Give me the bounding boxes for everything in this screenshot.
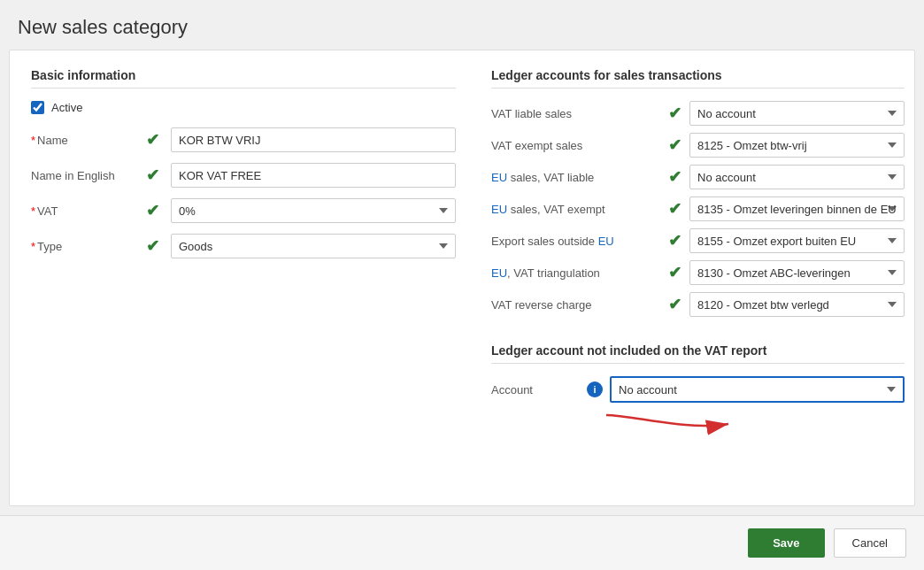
active-label: Active — [51, 101, 82, 114]
ledger-row-reverse-charge: VAT reverse charge ✔ 8120 - Omzet btw ve… — [491, 292, 905, 317]
account-select[interactable]: No account — [610, 376, 905, 403]
active-checkbox[interactable] — [31, 101, 44, 114]
ledger-select-1[interactable]: 8125 - Omzet btw-vrij — [689, 133, 905, 158]
basic-info-title: Basic information — [31, 68, 456, 89]
ledger-check-5: ✔ — [668, 263, 689, 282]
ledger-row-export: Export sales outside EU ✔ 8155 - Omzet e… — [491, 228, 905, 253]
type-label: *Type — [31, 240, 146, 253]
ledger-select-0[interactable]: No account — [689, 101, 905, 126]
vat-label: *VAT — [31, 204, 146, 218]
vat-checkmark: ✔ — [146, 201, 164, 220]
ledger-row-eu-vat-exempt: EU sales, VAT exempt ✔ 8135 - Omzet leve… — [491, 196, 905, 221]
cancel-button[interactable]: Cancel — [834, 528, 906, 558]
vat-select[interactable]: 0% — [171, 198, 456, 223]
ledger-row-triangulation: EU, VAT triangulation ✔ 8130 - Omzet ABC… — [491, 260, 905, 285]
name-checkmark: ✔ — [146, 130, 164, 150]
name-label: *Name — [31, 134, 146, 147]
ledger-check-6: ✔ — [668, 295, 689, 314]
ledger-check-2: ✔ — [668, 167, 689, 187]
ledger-row-vat-liable: VAT liable sales ✔ No account — [491, 101, 905, 126]
type-checkmark: ✔ — [146, 236, 164, 256]
ledger-title: Ledger accounts for sales transactions — [491, 68, 905, 89]
footer: Save Cancel — [0, 515, 924, 570]
type-select[interactable]: Goods — [171, 234, 456, 258]
ledger-row-eu-vat-liable: EU sales, VAT liable ✔ No account — [491, 165, 905, 189]
ledger-check-1: ✔ — [668, 135, 689, 155]
page-title: New sales category — [0, 0, 924, 50]
name-en-label: Name in English — [31, 169, 146, 182]
ledger-row-vat-exempt: VAT exempt sales ✔ 8125 - Omzet btw-vrij — [491, 133, 905, 158]
ledger-check-0: ✔ — [668, 104, 689, 123]
arrow-indicator — [597, 406, 739, 437]
ledger2-title: Ledger account not included on the VAT r… — [491, 343, 905, 364]
ledger-select-3[interactable]: 8135 - Omzet leveringen binnen de EU — [689, 196, 905, 221]
name-en-input[interactable] — [171, 163, 456, 188]
ledger-check-4: ✔ — [668, 231, 689, 250]
ledger-select-4[interactable]: 8155 - Omzet export buiten EU — [689, 228, 905, 253]
account-label: Account — [491, 383, 580, 397]
info-icon[interactable]: i — [587, 381, 603, 397]
ledger-select-2[interactable]: No account — [689, 165, 905, 189]
name-en-checkmark: ✔ — [146, 166, 164, 185]
save-button[interactable]: Save — [748, 528, 824, 558]
ledger-select-6[interactable]: 8120 - Omzet btw verlegd — [689, 292, 905, 317]
ledger-select-5[interactable]: 8130 - Omzet ABC-leveringen — [689, 260, 905, 285]
ledger-check-3: ✔ — [668, 199, 689, 219]
name-input[interactable] — [171, 127, 456, 152]
